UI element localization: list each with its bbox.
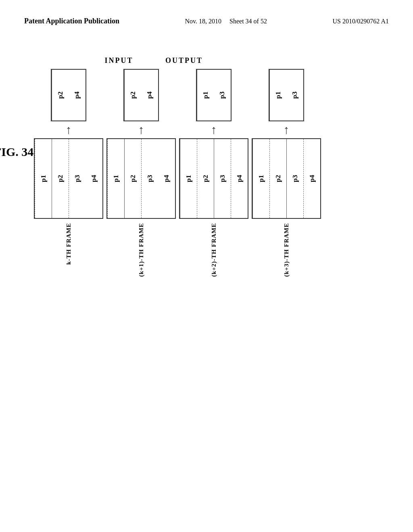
input-frame-col2: p1 p2 p3 p4 <box>106 138 176 219</box>
out-cell-p1-col4: p1 <box>269 70 286 121</box>
in-cell-p2-col1: p2 <box>52 139 69 218</box>
output-frame-col2: p2 p4 <box>123 69 159 121</box>
top-labels: INPUT OUTPUT <box>81 56 383 65</box>
header-patent-number: US 2010/0290762 A1 <box>332 16 389 27</box>
in-cell-p3-col3: p3 <box>214 139 231 218</box>
out-cell-p2-col2: p2 <box>124 70 141 121</box>
column-k1-th: p2 p4 ↑ p1 p2 p3 p4 (k+1)-TH FRAME <box>105 69 177 277</box>
arrow-col4: ↑ <box>284 124 290 136</box>
header-date-sheet: Nov. 18, 2010 Sheet 34 of 52 <box>185 16 267 27</box>
out-cell-p4-col2: p4 <box>141 70 158 121</box>
input-frame-col3: p1 p2 p3 p4 <box>179 138 248 219</box>
output-frame-col3: p1 p3 <box>196 69 232 121</box>
column-k3-th: p1 p3 ↑ p1 p2 p3 p4 (k+3)-TH FRAME <box>250 69 323 277</box>
input-label: INPUT <box>104 56 133 65</box>
in-cell-p1-col1: p1 <box>35 139 52 218</box>
in-cell-p3-col2: p3 <box>141 139 158 218</box>
output-frame-col1: p2 p4 <box>51 69 86 121</box>
in-cell-p1-col3: p1 <box>180 139 197 218</box>
out-cell-p3-col4: p3 <box>286 70 303 121</box>
figure-label: FIG. 34 <box>0 145 33 159</box>
out-cell-p3-col3: p3 <box>214 70 231 121</box>
in-cell-p4-col1: p4 <box>86 139 102 218</box>
in-cell-p1-col4: p1 <box>252 139 269 218</box>
in-cell-p2-col4: p2 <box>269 139 286 218</box>
output-label: OUTPUT <box>165 56 203 65</box>
frame-name-col1: k-TH FRAME <box>65 223 72 265</box>
page-header: Patent Application Publication Nov. 18, … <box>0 16 413 27</box>
frame-name-col2: (k+1)-TH FRAME <box>138 223 145 277</box>
out-cell-p4-col1: p4 <box>69 70 86 121</box>
in-cell-p4-col4: p4 <box>303 139 320 218</box>
in-cell-p2-col2: p2 <box>124 139 141 218</box>
input-frame-col4: p1 p2 p3 p4 <box>252 138 321 219</box>
input-frame-col1: p1 p2 p3 p4 <box>34 138 103 219</box>
in-cell-p2-col3: p2 <box>197 139 214 218</box>
arrow-col2: ↑ <box>138 124 144 136</box>
header-publication-label: Patent Application Publication <box>24 16 119 26</box>
arrow-col1: ↑ <box>66 124 72 136</box>
in-cell-p4-col3: p4 <box>231 139 248 218</box>
column-k2-th: p1 p3 ↑ p1 p2 p3 p4 (k+2)-TH FRAME <box>177 69 250 277</box>
columns-container: p2 p4 ↑ p1 p2 p3 p4 k-TH FRAME p2 p4 ↑ <box>32 69 383 277</box>
in-cell-p3-col1: p3 <box>69 139 86 218</box>
output-frame-col4: p1 p3 <box>269 69 304 121</box>
out-cell-p1-col3: p1 <box>197 70 214 121</box>
header-date: Nov. 18, 2010 <box>185 18 222 25</box>
frame-name-col4: (k+3)-TH FRAME <box>283 223 290 277</box>
column-k-th: p2 p4 ↑ p1 p2 p3 p4 k-TH FRAME <box>32 69 105 265</box>
in-cell-p4-col2: p4 <box>158 139 175 218</box>
in-cell-p3-col4: p3 <box>286 139 303 218</box>
frame-name-col3: (k+2)-TH FRAME <box>211 223 217 277</box>
header-sheet: Sheet 34 of 52 <box>229 18 267 25</box>
figure-diagram: FIG. 34 INPUT OUTPUT p2 p4 ↑ p1 p2 p3 <box>32 56 383 277</box>
in-cell-p1-col2: p1 <box>107 139 124 218</box>
out-cell-p2-col1: p2 <box>52 70 69 121</box>
arrow-col3: ↑ <box>211 124 217 136</box>
